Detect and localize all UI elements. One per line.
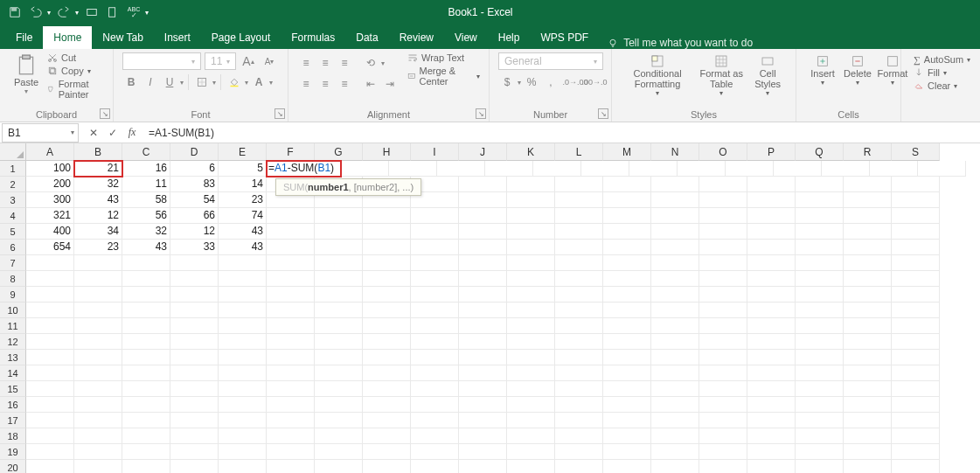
cell-A1[interactable]: 100: [26, 161, 74, 177]
cell-L13[interactable]: [555, 350, 603, 365]
cell-C7[interactable]: [122, 255, 170, 271]
merge-center-button[interactable]: Merge & Center ▾: [407, 66, 480, 87]
cell-L2[interactable]: [555, 177, 603, 192]
tab-page-layout[interactable]: Page Layout: [201, 26, 281, 49]
font-color-button[interactable]: A: [250, 73, 268, 91]
cell-K1[interactable]: [533, 161, 581, 177]
cell-A3[interactable]: 300: [26, 192, 74, 208]
cell-J10[interactable]: [459, 303, 507, 318]
cell-G10[interactable]: [315, 303, 363, 318]
cell-F7[interactable]: [267, 255, 315, 271]
cell-I7[interactable]: [411, 255, 459, 271]
spelling-icon[interactable]: ABC✓: [126, 4, 142, 20]
cell-K6[interactable]: [507, 240, 555, 255]
cell-N15[interactable]: [651, 381, 699, 397]
cell-P12[interactable]: [747, 334, 796, 350]
cell-O15[interactable]: [699, 381, 747, 397]
cell-S17[interactable]: [892, 413, 940, 428]
cell-F4[interactable]: [267, 208, 315, 224]
cell-K15[interactable]: [507, 381, 555, 397]
cell-J17[interactable]: [459, 413, 507, 428]
tab-new-tab[interactable]: New Tab: [92, 26, 153, 49]
cell-S7[interactable]: [892, 255, 940, 271]
cell-L10[interactable]: [555, 303, 603, 318]
cell-P3[interactable]: [747, 192, 796, 208]
cell-J4[interactable]: [459, 208, 507, 224]
cell-R9[interactable]: [844, 287, 892, 303]
cell-D11[interactable]: [170, 318, 219, 334]
cell-N5[interactable]: [651, 224, 699, 240]
cell-D17[interactable]: [170, 413, 219, 428]
cell-I16[interactable]: [411, 397, 459, 413]
cell-B5[interactable]: 34: [74, 224, 122, 240]
cell-D8[interactable]: [170, 271, 219, 287]
align-left-button[interactable]: ≡: [297, 75, 315, 93]
cell-J15[interactable]: [459, 381, 507, 397]
name-box[interactable]: B1 ▾: [2, 123, 79, 143]
row-header-13[interactable]: 13: [0, 350, 26, 365]
cell-H20[interactable]: [363, 460, 411, 473]
cell-E7[interactable]: [219, 255, 267, 271]
cell-Q15[interactable]: [796, 381, 844, 397]
cell-J11[interactable]: [459, 318, 507, 334]
cell-E18[interactable]: [219, 428, 267, 444]
redo-dropdown-icon[interactable]: ▾: [75, 9, 79, 17]
cell-L12[interactable]: [555, 334, 603, 350]
cell-R11[interactable]: [844, 318, 892, 334]
cell-A13[interactable]: [26, 350, 74, 365]
cell-P7[interactable]: [747, 255, 796, 271]
cell-D16[interactable]: [170, 397, 219, 413]
cancel-formula-button[interactable]: ✕: [84, 123, 103, 143]
paste-button[interactable]: Paste ▾: [9, 52, 44, 97]
cell-F18[interactable]: [267, 428, 315, 444]
cell-N18[interactable]: [651, 428, 699, 444]
cell-S19[interactable]: [892, 444, 940, 460]
cell-J8[interactable]: [459, 271, 507, 287]
cell-A5[interactable]: 400: [26, 224, 74, 240]
row-header-12[interactable]: 12: [0, 334, 26, 350]
cell-G6[interactable]: [315, 240, 363, 255]
column-header-O[interactable]: O: [699, 143, 747, 161]
cell-B13[interactable]: [74, 350, 122, 365]
cell-O2[interactable]: [699, 177, 747, 192]
borders-button[interactable]: [193, 73, 211, 91]
column-header-D[interactable]: D: [170, 143, 219, 161]
cell-J6[interactable]: [459, 240, 507, 255]
cell-M1[interactable]: [629, 161, 678, 177]
cell-N1[interactable]: [678, 161, 726, 177]
cell-H15[interactable]: [363, 381, 411, 397]
row-header-3[interactable]: 3: [0, 192, 26, 208]
cell-G15[interactable]: [315, 381, 363, 397]
cell-R10[interactable]: [844, 303, 892, 318]
cell-A2[interactable]: 200: [26, 177, 74, 192]
tab-insert[interactable]: Insert: [154, 26, 201, 49]
cell-D7[interactable]: [170, 255, 219, 271]
cell-G18[interactable]: [315, 428, 363, 444]
cell-F19[interactable]: [267, 444, 315, 460]
column-header-P[interactable]: P: [747, 143, 796, 161]
cell-I19[interactable]: [411, 444, 459, 460]
cell-B17[interactable]: [74, 413, 122, 428]
cell-N16[interactable]: [651, 397, 699, 413]
cell-N11[interactable]: [651, 318, 699, 334]
cell-O1[interactable]: [726, 161, 774, 177]
accounting-format-button[interactable]: $: [498, 73, 516, 91]
cell-P18[interactable]: [747, 428, 796, 444]
cell-E8[interactable]: [219, 271, 267, 287]
tab-data[interactable]: Data: [345, 26, 388, 49]
redo-icon[interactable]: [56, 4, 72, 20]
cell-P14[interactable]: [747, 365, 796, 381]
cell-O16[interactable]: [699, 397, 747, 413]
cell-E5[interactable]: 43: [219, 224, 267, 240]
number-format-combo[interactable]: General▾: [498, 52, 603, 70]
row-header-10[interactable]: 10: [0, 303, 26, 318]
cell-B15[interactable]: [74, 381, 122, 397]
cell-H9[interactable]: [363, 287, 411, 303]
cell-R4[interactable]: [844, 208, 892, 224]
cell-B12[interactable]: [74, 334, 122, 350]
cell-H12[interactable]: [363, 334, 411, 350]
cell-D10[interactable]: [170, 303, 219, 318]
align-center-button[interactable]: ≡: [316, 75, 334, 93]
cell-E11[interactable]: [219, 318, 267, 334]
cell-M20[interactable]: [603, 460, 651, 473]
